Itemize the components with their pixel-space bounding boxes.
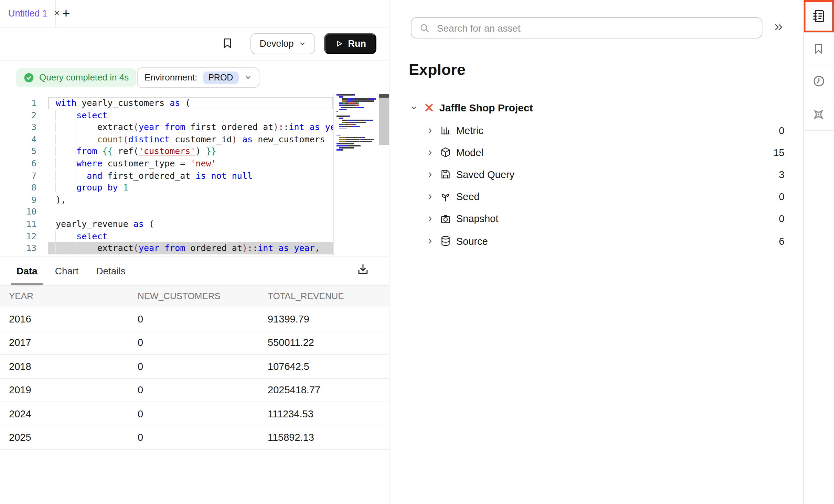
editor-pane: Untitled 1 ✕ + Develop Run Query complet… <box>0 0 389 504</box>
tree-item-count: 3 <box>779 169 784 180</box>
code-line-4[interactable]: count(distinct customer_id) as new_custo… <box>48 133 333 145</box>
environment-selector[interactable]: Environment: PROD <box>137 67 259 88</box>
asset-search-input[interactable] <box>436 22 754 34</box>
table-cell: 2019 <box>9 385 138 396</box>
table-row[interactable]: 201902025418.77 <box>0 379 388 402</box>
code-line-3[interactable]: extract(year from first_ordered_at)::int… <box>48 121 333 133</box>
code-line-8[interactable]: group by 1 <box>48 182 333 194</box>
line-number: 3 <box>0 121 48 133</box>
double-chevron-right-icon[interactable] <box>773 22 783 32</box>
editor-minimap[interactable] <box>336 94 376 152</box>
code-line-10[interactable] <box>48 206 333 218</box>
rail-button-bookmark[interactable] <box>803 33 834 65</box>
chevron-right-icon[interactable] <box>427 171 434 178</box>
line-number: 10 <box>0 206 48 218</box>
line-number: 6 <box>0 157 48 169</box>
results-tab-chart[interactable]: Chart <box>55 265 78 276</box>
chevron-right-icon[interactable] <box>427 127 434 134</box>
editor-scrollbar-thumb[interactable] <box>379 94 388 98</box>
tree-item-count: 6 <box>779 235 784 246</box>
code-line-9[interactable]: ), <box>48 194 333 206</box>
code-line-11[interactable]: yearly_revenue as ( <box>48 218 333 230</box>
chevron-down-icon <box>299 40 306 47</box>
code-line-6[interactable]: where customer_type = 'new' <box>48 157 333 169</box>
table-cell: 0 <box>138 432 268 443</box>
column-header: NEW_CUSTOMERS <box>138 291 268 302</box>
results-tab-data[interactable]: Data <box>17 265 38 276</box>
chevron-down-icon[interactable] <box>410 103 417 111</box>
code-area[interactable]: with yearly_customers as ( select extrac… <box>48 94 333 255</box>
tree-item-label: Saved Query <box>456 169 514 180</box>
results-table-body: 2016091399.7920170550011.2220180107642.5… <box>0 307 388 450</box>
editor-tab-bar: Untitled 1 ✕ + <box>0 0 388 28</box>
run-label: Run <box>348 39 366 49</box>
table-row[interactable]: 20170550011.22 <box>0 331 388 355</box>
active-tab-indicator <box>11 283 43 285</box>
code-line-5[interactable]: from {{ ref('customers') }} <box>48 145 333 157</box>
rail-button-copilot-sparkle[interactable] <box>803 98 834 131</box>
line-number: 11 <box>0 218 48 230</box>
query-status-text: Query completed in 4s <box>39 72 129 83</box>
line-number: 7 <box>0 169 48 182</box>
database-icon <box>440 235 451 247</box>
code-line-7[interactable]: and first_ordered_at is not null <box>48 169 333 182</box>
catalog-notebook-icon <box>812 9 826 23</box>
bookmark-icon[interactable] <box>222 37 233 51</box>
code-line-12[interactable]: select <box>48 230 333 242</box>
tree-item-saved-query[interactable]: Saved Query3 <box>389 164 803 186</box>
table-cell: 0 <box>138 385 268 396</box>
tree-item-source[interactable]: Source6 <box>389 230 803 252</box>
tab-untitled-1[interactable]: Untitled 1 ✕ <box>0 0 56 27</box>
line-number-gutter: 12345678910111213 <box>0 94 48 255</box>
line-number: 4 <box>0 133 48 145</box>
table-row[interactable]: 20240111234.53 <box>0 402 388 426</box>
right-icon-rail <box>803 0 834 504</box>
cube-icon <box>440 147 451 158</box>
asset-search-box[interactable] <box>411 17 762 39</box>
history-clock-icon <box>812 75 826 88</box>
table-cell: 0 <box>138 361 268 372</box>
search-icon <box>419 22 430 33</box>
line-number: 9 <box>0 194 48 206</box>
table-cell: 2016 <box>9 314 138 325</box>
chevron-right-icon[interactable] <box>427 193 434 200</box>
explore-panel: Explore Jaffle Shop Project Metric0Model… <box>389 0 803 504</box>
results-tab-details[interactable]: Details <box>96 265 126 276</box>
code-line-2[interactable]: select <box>48 109 333 121</box>
rail-button-catalog-notebook[interactable] <box>803 0 834 33</box>
table-cell: 2025 <box>9 432 138 443</box>
bar-chart-icon <box>440 124 451 136</box>
results-tab-bar: DataChartDetails <box>0 256 388 285</box>
download-icon[interactable] <box>356 262 370 275</box>
code-line-13[interactable]: extract(year from ordered_at)::int as ye… <box>48 242 333 254</box>
tree-item-metric[interactable]: Metric0 <box>389 119 803 141</box>
run-button[interactable]: Run <box>324 33 377 54</box>
editor-scrollbar-track[interactable] <box>379 98 388 145</box>
line-number: 5 <box>0 145 48 157</box>
line-number: 2 <box>0 109 48 121</box>
tree-item-seed[interactable]: Seed0 <box>389 186 803 208</box>
tree-item-model[interactable]: Model15 <box>389 141 803 163</box>
dbt-logo-icon <box>424 102 434 112</box>
rail-button-history-clock[interactable] <box>803 65 834 98</box>
query-status-pill: Query completed in 4s <box>16 68 136 87</box>
explore-tree: Metric0Model15Saved Query3Seed0Snapshot0… <box>389 119 803 252</box>
chevron-right-icon[interactable] <box>427 216 434 222</box>
tree-root-jaffle-shop-project[interactable]: Jaffle Shop Project <box>389 99 803 116</box>
sql-editor[interactable]: 12345678910111213 with yearly_customers … <box>0 94 334 255</box>
new-tab-button[interactable]: + <box>56 0 76 27</box>
tree-item-snapshot[interactable]: Snapshot0 <box>389 208 803 230</box>
chevron-right-icon[interactable] <box>427 238 434 244</box>
tree-item-count: 0 <box>779 213 784 224</box>
table-row[interactable]: 2016091399.79 <box>0 307 388 331</box>
develop-dropdown-button[interactable]: Develop <box>250 33 315 54</box>
tree-item-count: 0 <box>779 125 784 136</box>
chevron-right-icon[interactable] <box>427 149 434 156</box>
table-row[interactable]: 20250115892.13 <box>0 426 388 450</box>
table-cell: 2017 <box>9 337 138 348</box>
results-panel: DataChartDetails YEARNEW_CUSTOMERSTOTAL_… <box>0 255 388 504</box>
code-line-1[interactable]: with yearly_customers as ( <box>48 97 333 109</box>
table-row[interactable]: 20180107642.5 <box>0 355 388 379</box>
tree-item-label: Source <box>456 235 488 246</box>
column-header: TOTAL_REVENUE <box>268 291 388 302</box>
